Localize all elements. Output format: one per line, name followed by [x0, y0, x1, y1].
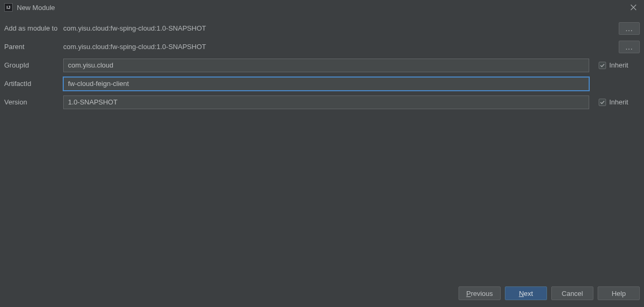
close-icon [630, 4, 637, 11]
row-parent: Parent com.yisu.cloud:fw-sping-cloud:1.0… [4, 37, 640, 56]
version-inherit-label: Inherit [609, 98, 628, 106]
add-as-module-label: Add as module to [4, 24, 63, 32]
window-title: New Module [17, 4, 55, 12]
version-inherit-checkbox[interactable] [599, 99, 606, 106]
form-area: Add as module to com.yisu.cloud:fw-sping… [0, 15, 644, 111]
groupid-input[interactable] [63, 59, 589, 72]
groupid-label: GroupId [4, 61, 63, 69]
add-as-module-value: com.yisu.cloud:fw-sping-cloud:1.0-SNAPSH… [63, 24, 609, 32]
app-icon: IJ [4, 3, 13, 12]
version-inherit[interactable]: Inherit [599, 98, 640, 106]
button-bar: Previous Next Cancel Help [0, 285, 644, 307]
previous-button[interactable]: Previous [458, 286, 501, 300]
groupid-inherit[interactable]: Inherit [599, 61, 640, 69]
help-button[interactable]: Help [598, 286, 640, 300]
cancel-button[interactable]: Cancel [551, 286, 593, 300]
groupid-inherit-checkbox[interactable] [599, 62, 606, 69]
next-button[interactable]: Next [505, 286, 547, 300]
groupid-inherit-label: Inherit [609, 61, 628, 69]
row-groupid: GroupId Inherit [4, 56, 640, 74]
browse-module-button[interactable]: ... [619, 22, 640, 35]
row-version: Version Inherit [4, 93, 640, 111]
close-button[interactable] [627, 1, 640, 14]
parent-value: com.yisu.cloud:fw-sping-cloud:1.0-SNAPSH… [63, 43, 609, 51]
check-icon [600, 100, 605, 105]
version-input[interactable] [63, 95, 589, 109]
titlebar: IJ New Module [0, 0, 644, 15]
browse-parent-button[interactable]: ... [619, 41, 640, 53]
artifactid-input[interactable] [63, 77, 589, 91]
artifactid-label: ArtifactId [4, 80, 63, 88]
row-artifactid: ArtifactId [4, 74, 640, 93]
check-icon [600, 63, 605, 68]
row-add-as-module: Add as module to com.yisu.cloud:fw-sping… [4, 19, 640, 37]
version-label: Version [4, 98, 63, 106]
parent-label: Parent [4, 43, 63, 51]
